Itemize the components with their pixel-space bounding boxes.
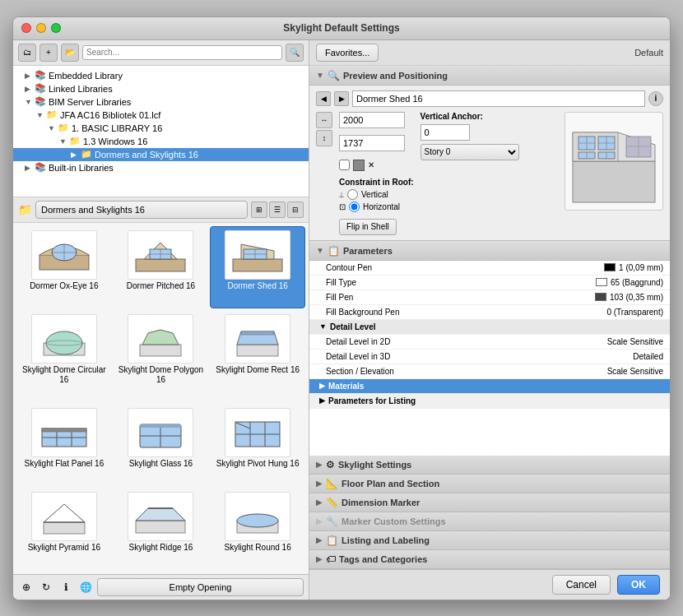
- svg-rect-17: [241, 331, 274, 335]
- vertical-radio[interactable]: [347, 189, 358, 200]
- maximize-button[interactable]: [51, 23, 61, 33]
- view-btn-3[interactable]: ⊟: [287, 201, 304, 218]
- add-lib-icon[interactable]: ⊕: [18, 579, 35, 595]
- param-name-4: Detail Level: [330, 322, 663, 331]
- listing-icon: 📋: [326, 535, 338, 546]
- anchor-select[interactable]: Story 0: [420, 144, 519, 160]
- info-icon[interactable]: ℹ: [58, 579, 74, 595]
- section-tags[interactable]: ▶ 🏷 Tags and Categories: [309, 550, 670, 569]
- param-value-7: Scale Sensitive: [607, 367, 663, 376]
- horizontal-radio[interactable]: [349, 201, 360, 212]
- parameters-section-header[interactable]: ▼ 📋 Parameters: [309, 241, 670, 261]
- lib-item-3[interactable]: Skylight Dome Circular 16: [16, 310, 112, 402]
- materials-arrow-icon: ▶: [319, 382, 325, 390]
- lib-item-1[interactable]: Dormer Pitched 16: [114, 226, 209, 308]
- lib-item-10[interactable]: Skylight Ridge 16: [114, 488, 209, 570]
- side-icon-2[interactable]: ↕: [316, 130, 332, 146]
- section-marker-custom[interactable]: ▶ 🔧 Marker Custom Settings: [309, 512, 670, 531]
- param-name-9: Parameters for Listing: [328, 396, 663, 405]
- param-detail-3d[interactable]: Detail Level in 3D Detailed: [309, 350, 670, 364]
- folder-icon[interactable]: 📂: [61, 44, 79, 62]
- section-skylight-settings[interactable]: ▶ ⚙ Skylight Settings: [309, 456, 670, 475]
- flip-row: Flip in Shell: [339, 219, 414, 235]
- tree-item-dormers[interactable]: ▶ 📁 Dormers and Skylights 16: [13, 148, 309, 161]
- empty-opening-button[interactable]: Empty Opening: [97, 578, 304, 596]
- add-icon[interactable]: +: [39, 44, 58, 62]
- info-button[interactable]: i: [648, 91, 663, 106]
- lib-item-8[interactable]: Skylight Pivot Hung 16: [210, 404, 305, 486]
- search-input[interactable]: [82, 45, 282, 60]
- param-fill-pen[interactable]: Fill Pen 103 (0,35 mm): [309, 290, 670, 305]
- param-fill-type[interactable]: Fill Type 65 (Baggrund): [309, 276, 670, 290]
- param-name-3: Fill Background Pen: [326, 308, 606, 317]
- tree-item-bim[interactable]: ▼ 📚 BIM Server Libraries: [13, 95, 309, 109]
- anchor-label: Vertical Anchor:: [420, 112, 483, 121]
- width-input[interactable]: [339, 112, 405, 128]
- tree-label: Embedded Library: [49, 71, 123, 81]
- flip-button[interactable]: Flip in Shell: [339, 219, 397, 235]
- side-icon-1[interactable]: ↔: [316, 112, 332, 128]
- constraint-icon: ⟂: [339, 190, 344, 199]
- preview-image-container: [526, 112, 663, 235]
- view-btn-2[interactable]: ☰: [269, 201, 286, 218]
- tree-item-windows[interactable]: ▼ 📁 1.3 Windows 16: [13, 135, 309, 148]
- param-group-materials[interactable]: ▶ Materials: [309, 379, 670, 394]
- constraint-label: Constraint in Roof:: [339, 178, 414, 187]
- section-floor-plan[interactable]: ▶ 📐 Floor Plan and Section: [309, 475, 670, 493]
- lib-item-0[interactable]: Dormer Ox-Eye 16: [16, 226, 112, 308]
- ok-button[interactable]: OK: [617, 575, 660, 595]
- refresh-icon[interactable]: ↻: [38, 579, 54, 595]
- preview-content: ◀ ▶ i ↔ ↕: [309, 86, 670, 241]
- svg-rect-31: [44, 522, 85, 534]
- param-val-text-0: 1 (0,09 mm): [619, 263, 663, 272]
- tree-item-linked[interactable]: ▶ 📚 Linked Libraries: [13, 82, 309, 95]
- favorites-button[interactable]: Favorites...: [316, 44, 379, 62]
- prev-btn[interactable]: ◀: [316, 91, 331, 106]
- param-detail-2d[interactable]: Detail Level in 2D Scale Sensitive: [309, 335, 670, 350]
- param-section-elev[interactable]: Section / Elevation Scale Sensitive: [309, 364, 670, 379]
- view-buttons: ⊞ ☰ ⊟: [251, 201, 304, 218]
- param-val-text-2: 103 (0,35 mm): [610, 293, 663, 302]
- anchor-input[interactable]: [420, 124, 470, 141]
- main-content: 🗂 + 📂 🔍 ▶ 📚 Embedded Library ▶ 📚 Linked …: [13, 40, 670, 600]
- web-icon[interactable]: 🌐: [77, 579, 94, 595]
- minimize-button[interactable]: [36, 23, 46, 33]
- param-contour-pen[interactable]: Contour Pen 1 (0,09 mm): [309, 261, 670, 276]
- section-dimension-marker[interactable]: ▶ 📏 Dimension Marker: [309, 493, 670, 512]
- markercustom-icon: 🔧: [326, 516, 338, 527]
- tree-item-builtin[interactable]: ▶ 📚 Built-in Libraries: [13, 161, 309, 174]
- library-icon[interactable]: 🗂: [18, 44, 36, 62]
- tree-item-jfa[interactable]: ▼ 📁 JFA AC16 Bibliotek 01.lcf: [13, 109, 309, 122]
- checkbox-row: ✕: [339, 160, 414, 171]
- view-btn-1[interactable]: ⊞: [251, 201, 267, 218]
- height-input[interactable]: [339, 135, 405, 151]
- lib-item-2[interactable]: Dormer Shed 16: [210, 226, 305, 308]
- listing-arr-icon: ▶: [316, 535, 323, 544]
- lib-item-11[interactable]: Skylight Round 16: [210, 488, 305, 570]
- search-icon[interactable]: 🔍: [286, 44, 304, 62]
- lock-checkbox[interactable]: [339, 160, 350, 170]
- lib-item-4[interactable]: Skylight Dome Polygon 16: [114, 310, 209, 402]
- next-btn[interactable]: ▶: [334, 91, 349, 106]
- tree-item-basic[interactable]: ▼ 📁 1. BASIC LIBRARY 16: [13, 122, 309, 135]
- tree-item-embedded[interactable]: ▶ 📚 Embedded Library: [13, 69, 309, 82]
- folder-select[interactable]: Dormers and Skylights 16: [35, 201, 248, 219]
- lib-item-6[interactable]: Skylight Flat Panel 16: [16, 404, 112, 486]
- section-listing[interactable]: ▶ 📋 Listing and Labeling: [309, 531, 670, 550]
- param-group-listing[interactable]: ▶ Parameters for Listing: [309, 394, 670, 409]
- cancel-button[interactable]: Cancel: [552, 575, 611, 595]
- preview-name-input[interactable]: [352, 90, 645, 107]
- preview-section-header[interactable]: ▼ 🔍 Preview and Positioning: [309, 66, 670, 86]
- param-group-detail[interactable]: ▼ Detail Level: [309, 320, 670, 335]
- lib-thumb-4: [128, 314, 193, 364]
- lib-label-9: Skylight Pyramid 16: [28, 543, 100, 553]
- lib-item-9[interactable]: Skylight Pyramid 16: [16, 488, 112, 570]
- lib-item-5[interactable]: Skylight Dome Rect 16: [210, 310, 305, 402]
- close-button[interactable]: [21, 23, 31, 33]
- param-fill-bg-pen[interactable]: Fill Background Pen 0 (Transparent): [309, 305, 670, 320]
- svg-rect-26: [140, 424, 181, 428]
- dialog-buttons: Cancel OK: [309, 569, 670, 600]
- lib-item-7[interactable]: Skylight Glass 16: [114, 404, 209, 486]
- lib-label-10: Skylight Ridge 16: [129, 543, 193, 553]
- param-value-1: 65 (Baggrund): [596, 278, 663, 287]
